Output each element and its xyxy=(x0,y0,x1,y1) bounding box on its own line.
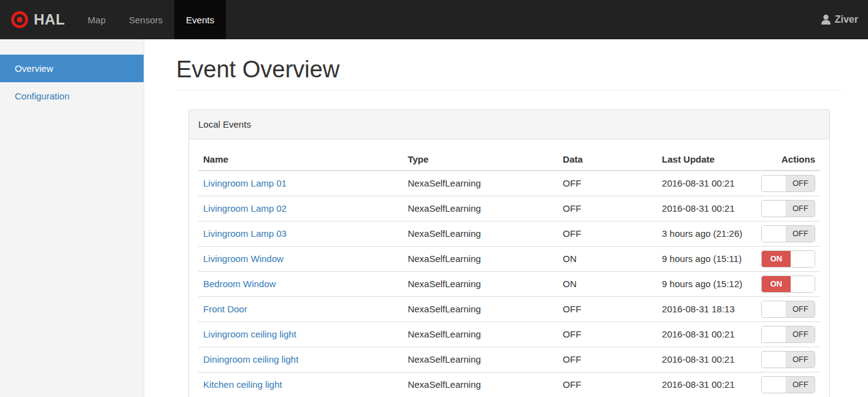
event-name-link[interactable]: Kitchen ceiling light xyxy=(203,379,282,390)
toggle-switch[interactable]: OFF xyxy=(761,326,815,343)
table-row: Bedroom Window NexaSelfLearning ON 9 hou… xyxy=(198,272,820,297)
table-header-row: Name Type Data Last Update Actions xyxy=(198,148,820,171)
table-row: Kitchen ceiling light NexaSelfLearning O… xyxy=(198,372,820,397)
toggle-switch[interactable]: ON xyxy=(761,276,815,293)
event-last-update: 2016-08-31 00:21 xyxy=(657,372,756,397)
event-data: OFF xyxy=(558,222,657,247)
main-content: Event Overview Local Events Name Type Da… xyxy=(144,39,868,397)
toggle-handle[interactable] xyxy=(762,226,786,242)
event-data: OFF xyxy=(558,372,657,397)
toggle-handle[interactable] xyxy=(762,301,786,317)
event-type: NexaSelfLearning xyxy=(403,372,558,397)
event-name-link[interactable]: Livingroom Lamp 02 xyxy=(203,203,287,214)
table-row: Livingroom Lamp 01 NexaSelfLearning OFF … xyxy=(198,171,820,196)
toggle-switch[interactable]: OFF xyxy=(761,225,815,242)
event-type: NexaSelfLearning xyxy=(403,272,558,297)
col-header-type: Type xyxy=(403,148,558,171)
table-row: Livingroom Lamp 03 NexaSelfLearning OFF … xyxy=(198,222,820,247)
events-table: Name Type Data Last Update Actions Livin… xyxy=(198,148,820,397)
event-data: OFF xyxy=(558,196,657,222)
toggle-label[interactable]: ON xyxy=(762,251,791,267)
page-title: Event Overview xyxy=(176,56,842,91)
event-last-update: 2016-08-31 00:21 xyxy=(657,196,756,222)
event-name-link[interactable]: Diningroom ceiling light xyxy=(203,354,298,364)
event-type: NexaSelfLearning xyxy=(403,247,558,272)
event-last-update: 9 hours ago (15:11) xyxy=(657,247,756,272)
table-row: Front Door NexaSelfLearning OFF 2016-08-… xyxy=(198,297,820,322)
brand-label: HAL xyxy=(34,11,65,28)
event-name-link[interactable]: Livingroom Lamp 03 xyxy=(203,228,287,239)
event-last-update: 2016-08-31 00:21 xyxy=(657,171,756,196)
toggle-switch[interactable]: OFF xyxy=(761,351,815,368)
events-table-body: Livingroom Lamp 01 NexaSelfLearning OFF … xyxy=(198,171,820,397)
event-name-link[interactable]: Front Door xyxy=(203,304,247,314)
local-events-panel: Local Events Name Type Data Last Update … xyxy=(188,109,830,397)
col-header-data: Data xyxy=(558,148,657,171)
top-navbar: HAL MapSensorsEvents Ziver xyxy=(0,0,868,39)
nav-item-map[interactable]: Map xyxy=(76,0,117,39)
event-last-update: 3 hours ago (21:26) xyxy=(657,222,756,247)
event-last-update: 2016-08-31 00:21 xyxy=(657,347,756,372)
toggle-label[interactable]: OFF xyxy=(786,377,815,393)
toggle-switch[interactable]: ON xyxy=(761,250,815,268)
col-header-actions: Actions xyxy=(756,148,820,171)
toggle-label[interactable]: ON xyxy=(762,276,791,292)
event-name-link[interactable]: Livingroom Lamp 01 xyxy=(203,178,287,188)
hal-logo-icon xyxy=(11,11,28,28)
event-data: OFF xyxy=(558,171,657,196)
nav-item-events[interactable]: Events xyxy=(174,0,226,39)
event-last-update: 2016-08-31 18:13 xyxy=(657,297,756,322)
event-type: NexaSelfLearning xyxy=(403,196,558,222)
event-name-link[interactable]: Bedroom Window xyxy=(203,279,276,289)
event-data: ON xyxy=(558,272,657,297)
toggle-handle[interactable] xyxy=(791,276,815,292)
toggle-label[interactable]: OFF xyxy=(786,301,815,317)
toggle-label[interactable]: OFF xyxy=(786,326,815,342)
toggle-switch[interactable]: OFF xyxy=(761,301,815,318)
panel-body: Name Type Data Last Update Actions Livin… xyxy=(189,139,829,397)
brand[interactable]: HAL xyxy=(0,0,76,39)
nav-item-sensors[interactable]: Sensors xyxy=(117,0,174,39)
toggle-label[interactable]: OFF xyxy=(786,175,815,191)
sidebar-item-overview[interactable]: Overview xyxy=(0,55,144,82)
user-icon xyxy=(821,14,831,25)
table-row: Livingroom Window NexaSelfLearning ON 9 … xyxy=(198,247,820,272)
toggle-handle[interactable] xyxy=(762,377,786,393)
event-type: NexaSelfLearning xyxy=(403,297,558,322)
table-row: Diningroom ceiling light NexaSelfLearnin… xyxy=(198,347,820,372)
toggle-handle[interactable] xyxy=(791,251,815,267)
main-nav: MapSensorsEvents xyxy=(76,0,226,39)
event-last-update: 9 hours ago (15:12) xyxy=(657,272,756,297)
event-data: ON xyxy=(558,247,657,272)
toggle-label[interactable]: OFF xyxy=(786,226,815,242)
event-type: NexaSelfLearning xyxy=(403,322,558,347)
sidebar-menu: OverviewConfiguration xyxy=(0,55,144,110)
user-name: Ziver xyxy=(835,14,858,25)
event-type: NexaSelfLearning xyxy=(403,222,558,247)
event-type: NexaSelfLearning xyxy=(403,347,558,372)
toggle-handle[interactable] xyxy=(762,326,786,342)
event-name-link[interactable]: Livingroom ceiling light xyxy=(203,329,296,339)
toggle-handle[interactable] xyxy=(762,352,786,368)
event-data: OFF xyxy=(558,322,657,347)
event-type: NexaSelfLearning xyxy=(403,171,558,196)
sidebar: OverviewConfiguration xyxy=(0,39,144,397)
toggle-label[interactable]: OFF xyxy=(786,352,815,368)
table-row: Livingroom Lamp 02 NexaSelfLearning OFF … xyxy=(198,196,820,222)
table-row: Livingroom ceiling light NexaSelfLearnin… xyxy=(198,322,820,347)
toggle-switch[interactable]: OFF xyxy=(761,175,815,192)
toggle-switch[interactable]: OFF xyxy=(761,200,815,217)
user-menu[interactable]: Ziver xyxy=(811,0,868,39)
event-name-link[interactable]: Livingroom Window xyxy=(203,253,284,264)
event-last-update: 2016-08-31 00:21 xyxy=(657,322,756,347)
col-header-last-update: Last Update xyxy=(657,148,756,171)
toggle-handle[interactable] xyxy=(762,175,786,191)
col-header-name: Name xyxy=(198,148,403,171)
event-data: OFF xyxy=(558,297,657,322)
sidebar-item-configuration[interactable]: Configuration xyxy=(0,82,144,110)
toggle-switch[interactable]: OFF xyxy=(761,376,815,393)
toggle-handle[interactable] xyxy=(762,201,786,217)
toggle-label[interactable]: OFF xyxy=(786,201,815,217)
panel-heading: Local Events xyxy=(189,110,829,139)
event-data: OFF xyxy=(558,347,657,372)
